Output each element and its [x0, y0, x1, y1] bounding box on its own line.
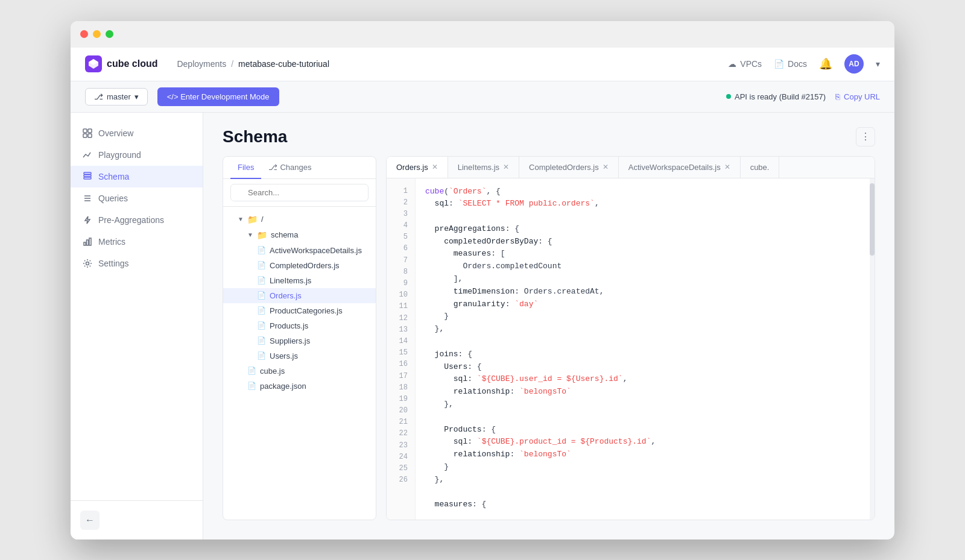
- tree-file-users[interactable]: 📄 Users.js: [223, 348, 376, 363]
- breadcrumb-parent[interactable]: Deployments: [177, 59, 226, 69]
- line-number: 4: [387, 220, 415, 231]
- tree-file-active-workspace[interactable]: 📄 ActiveWorkspaceDetails.js: [223, 243, 376, 258]
- editor-tab-label: ActiveWorkspaceDetails.js: [628, 163, 721, 172]
- scrollbar[interactable]: [870, 178, 875, 520]
- code-line: }: [425, 461, 860, 474]
- breadcrumb: Deployments / metabase-cube-tutoriual: [177, 59, 728, 69]
- tree-file-package-json[interactable]: 📄 package.json: [223, 379, 376, 394]
- code-line: measures: [: [425, 248, 860, 260]
- page-header: Schema ⋮: [203, 113, 894, 156]
- editor-tab-active-ws[interactable]: ActiveWorkspaceDetails.js ✕: [619, 157, 741, 178]
- code-line: measures: {: [425, 499, 860, 511]
- close-button[interactable]: [80, 30, 88, 38]
- file-search-input[interactable]: [230, 184, 369, 201]
- line-number: 18: [387, 382, 415, 394]
- bar-chart-icon: [83, 237, 92, 247]
- grid-icon: [83, 128, 92, 138]
- copy-icon: ⎘: [835, 92, 840, 101]
- dev-mode-button[interactable]: </> Enter Development Mode: [157, 87, 279, 106]
- line-number: 19: [387, 394, 415, 405]
- code-line: ],: [425, 273, 860, 286]
- docs-nav-item[interactable]: 📄 Docs: [774, 59, 807, 69]
- file-icon: 📄: [257, 306, 266, 315]
- ellipsis-icon: ⋮: [861, 131, 870, 142]
- code-line: sql: `SELECT * FROM public.orders`,: [425, 198, 860, 210]
- line-number: 16: [387, 359, 415, 370]
- code-line: relationship: `belongsTo`: [425, 386, 860, 398]
- editor-tab-completed[interactable]: CompletedOrders.js ✕: [519, 157, 619, 178]
- close-tab-icon[interactable]: ✕: [432, 163, 438, 171]
- code-line: granularity: `day`: [425, 298, 860, 311]
- topnav-right: ☁ VPCs 📄 Docs 🔔 AD ▾: [728, 54, 880, 74]
- close-tab-icon[interactable]: ✕: [724, 163, 730, 171]
- tree-file-completed-orders[interactable]: 📄 CompletedOrders.js: [223, 258, 376, 273]
- folder-icon: 📁: [247, 215, 258, 224]
- editor-tab-label: cube.: [750, 163, 770, 172]
- sidebar-item-metrics[interactable]: Metrics: [71, 231, 203, 253]
- editor-tab-cube[interactable]: cube.: [741, 157, 780, 178]
- sidebar-item-pre-aggregations-label: Pre-Aggregations: [98, 215, 164, 225]
- fullscreen-button[interactable]: [106, 30, 113, 38]
- file-label: package.json: [260, 382, 306, 391]
- tree-root[interactable]: ▼ 📁 /: [223, 212, 376, 227]
- account-dropdown-button[interactable]: ▾: [876, 59, 880, 69]
- code-editor[interactable]: 1234567891011121314151617181920212223242…: [387, 178, 875, 520]
- tree-file-line-items[interactable]: 📄 LineItems.js: [223, 273, 376, 288]
- svg-rect-3: [83, 134, 87, 137]
- editor-tab-orders[interactable]: Orders.js ✕: [387, 157, 448, 178]
- page-menu-button[interactable]: ⋮: [856, 127, 875, 146]
- scrollbar-thumb[interactable]: [870, 183, 875, 256]
- close-tab-icon[interactable]: ✕: [603, 163, 609, 171]
- schema-content: Files ⎇ Changes ⌕ ▼: [203, 156, 894, 540]
- code-content[interactable]: cube(`Orders`, { sql: `SELECT * FROM pub…: [416, 178, 870, 520]
- editor-tabs: Orders.js ✕ LineItems.js ✕ CompletedOrde…: [387, 157, 875, 178]
- svg-rect-2: [88, 129, 92, 133]
- minimize-button[interactable]: [93, 30, 101, 38]
- code-line: },: [425, 323, 860, 336]
- line-number: 20: [387, 405, 415, 417]
- tab-files[interactable]: Files: [230, 157, 261, 179]
- branch-button[interactable]: ⎇ master ▾: [85, 88, 148, 105]
- sidebar-item-settings-label: Settings: [98, 259, 129, 268]
- sidebar-bottom: ←: [71, 500, 203, 540]
- code-line: sql: `${CUBE}.user_id = ${Users}.id`,: [425, 373, 860, 386]
- line-number: 22: [387, 428, 415, 439]
- editor-tab-lineitems[interactable]: LineItems.js ✕: [448, 157, 519, 178]
- copy-url-button[interactable]: ⎘ Copy URL: [835, 92, 880, 101]
- sidebar-item-pre-aggregations[interactable]: Pre-Aggregations: [71, 209, 203, 231]
- gear-icon: [83, 259, 92, 268]
- svg-point-14: [86, 262, 89, 265]
- vpcs-nav-item[interactable]: ☁ VPCs: [728, 59, 762, 69]
- close-tab-icon[interactable]: ✕: [503, 163, 509, 171]
- main-content: Schema ⋮ Files ⎇ Changes: [203, 113, 894, 540]
- schema-folder-label: schema: [271, 230, 299, 239]
- code-line: [425, 336, 860, 348]
- file-label: cube.js: [260, 367, 285, 376]
- sidebar-item-schema[interactable]: Schema: [71, 166, 203, 187]
- tree-schema-folder[interactable]: ▼ 📁 schema: [223, 227, 376, 243]
- sidebar-item-queries[interactable]: Queries: [71, 187, 203, 209]
- tree-file-products[interactable]: 📄 Products.js: [223, 318, 376, 333]
- file-label: Users.js: [270, 351, 298, 360]
- tree-file-cube-js[interactable]: 📄 cube.js: [223, 363, 376, 379]
- collapse-sidebar-button[interactable]: ←: [80, 511, 100, 530]
- notification-button[interactable]: 🔔: [819, 57, 832, 71]
- sidebar-item-playground[interactable]: Playground: [71, 144, 203, 166]
- sidebar-item-overview[interactable]: Overview: [71, 122, 203, 144]
- avatar[interactable]: AD: [844, 54, 864, 74]
- dev-mode-label: </> Enter Development Mode: [167, 92, 270, 101]
- sidebar-item-settings[interactable]: Settings: [71, 253, 203, 274]
- line-number: 12: [387, 313, 415, 324]
- line-number: 3: [387, 209, 415, 220]
- tree-file-product-categories[interactable]: 📄 ProductCategories.js: [223, 303, 376, 318]
- line-number: 8: [387, 266, 415, 278]
- editor-tab-label: Orders.js: [396, 163, 428, 172]
- tree-file-orders[interactable]: 📄 Orders.js: [223, 288, 376, 303]
- tree-file-suppliers[interactable]: 📄 Suppliers.js: [223, 333, 376, 348]
- tab-changes[interactable]: ⎇ Changes: [261, 157, 318, 179]
- cube-cloud-logo-icon: [85, 55, 102, 72]
- line-number: 26: [387, 474, 415, 486]
- logo[interactable]: cube cloud: [85, 55, 157, 72]
- code-line: [425, 486, 860, 499]
- line-number: 10: [387, 289, 415, 301]
